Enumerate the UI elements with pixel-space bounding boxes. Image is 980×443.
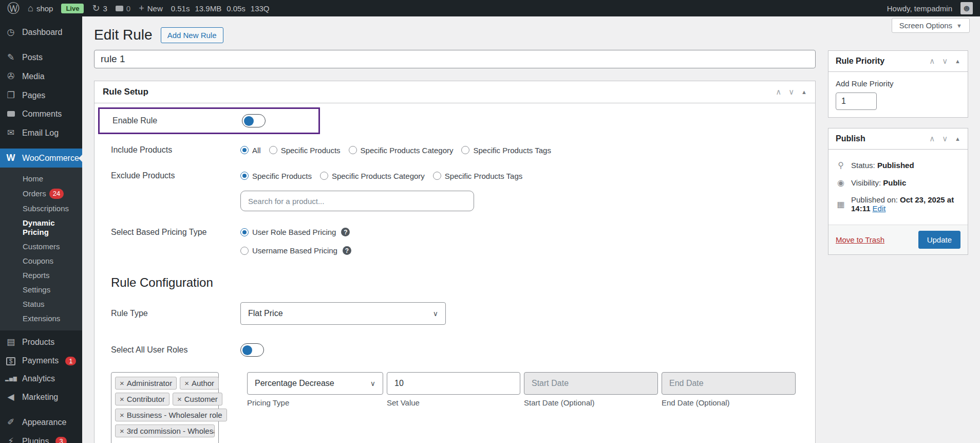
sidebar-item-label: Plugins	[22, 437, 49, 443]
start-date-label: Start Date (Optional)	[524, 398, 658, 407]
sidebar-item-pages[interactable]: ❐ Pages	[0, 86, 82, 105]
toggle-knob	[244, 116, 254, 126]
perf-time: 0.51s	[171, 4, 190, 13]
move-down-icon[interactable]: ∨	[942, 134, 948, 143]
user-roles-multiselect[interactable]: ×Administrator ×Author ×Contributor ×Cus…	[111, 372, 219, 443]
sidebar-item-label: Posts	[22, 53, 43, 62]
sidebar-item-products[interactable]: ▤ Products	[0, 333, 82, 352]
radio-include-all[interactable]: All	[240, 146, 261, 155]
submenu-item-subscriptions[interactable]: Subscriptions	[0, 201, 82, 216]
rule-type-select[interactable]: Flat Price ∨	[240, 302, 446, 325]
sidebar-item-appearance[interactable]: ✐ Appearance	[0, 413, 82, 432]
end-date-input[interactable]	[662, 372, 796, 395]
help-icon[interactable]: ?	[343, 246, 351, 255]
wordpress-icon[interactable]: Ⓦ	[7, 2, 20, 14]
sidebar-item-media[interactable]: ✇ Media	[0, 67, 82, 86]
radio-exclude-specific-category[interactable]: Specific Products Category	[320, 172, 425, 180]
new-content-link[interactable]: + New	[139, 4, 163, 13]
enable-rule-row: Enable Rule	[98, 107, 320, 134]
role-tag-author[interactable]: ×Author	[180, 377, 219, 390]
woocommerce-icon: W	[5, 153, 16, 163]
sidebar-item-plugins[interactable]: ⚡ Plugins 3	[0, 432, 82, 443]
site-link[interactable]: ⌂ shop	[28, 4, 53, 13]
end-date-label: End Date (Optional)	[662, 398, 796, 407]
role-tag-business-wholesaler[interactable]: ×Bussiness - Wholesaler role	[115, 409, 227, 421]
visibility-row: ◉ Visibility: Public	[836, 178, 960, 188]
comments-link[interactable]: 0	[116, 4, 130, 13]
submenu-item-coupons[interactable]: Coupons	[0, 254, 82, 268]
sidebar-item-analytics[interactable]: ▂▅▇ Analytics	[0, 370, 82, 387]
start-date-input[interactable]	[524, 372, 658, 395]
product-search-input[interactable]	[240, 191, 474, 211]
screen-options-button[interactable]: Screen Options ▼	[892, 18, 970, 33]
move-up-icon[interactable]: ∧	[929, 134, 935, 143]
move-down-icon[interactable]: ∨	[788, 87, 794, 97]
radio-user-role-pricing[interactable]: User Role Based Pricing ?	[240, 228, 350, 236]
rule-priority-panel: Rule Priority ∧ ∨ ▲ Add Rule Priority	[828, 50, 968, 118]
media-icon: ✇	[5, 71, 16, 82]
published-label: Published on:	[851, 195, 898, 204]
remove-icon[interactable]: ×	[120, 411, 124, 419]
remove-icon[interactable]: ×	[120, 427, 124, 435]
submenu-item-home[interactable]: Home	[0, 172, 82, 186]
submenu-item-orders[interactable]: Orders 24	[0, 186, 82, 201]
submenu-item-extensions[interactable]: Extensions	[0, 311, 82, 326]
sidebar-item-comments[interactable]: Comments	[0, 105, 82, 123]
radio-include-specific-tags[interactable]: Specific Products Tags	[461, 146, 551, 155]
email-icon: ✉	[5, 127, 16, 138]
performance-stats: 0.51s 13.9MB 0.05s 133Q	[171, 4, 270, 13]
updates-link[interactable]: ↻ 3	[92, 4, 107, 13]
submenu-item-reports[interactable]: Reports	[0, 268, 82, 283]
radio-exclude-specific-products[interactable]: Specific Products	[240, 172, 312, 180]
collapse-icon[interactable]: ▲	[801, 89, 807, 95]
sidebar-item-label: Pages	[22, 91, 45, 100]
marketing-icon: ◀	[5, 392, 16, 402]
update-button[interactable]: Update	[918, 231, 960, 249]
move-up-icon[interactable]: ∧	[776, 87, 781, 97]
sidebar-item-marketing[interactable]: ◀ Marketing	[0, 387, 82, 407]
move-to-trash-link[interactable]: Move to Trash	[836, 235, 884, 244]
payments-count-badge: 1	[65, 357, 76, 365]
sidebar-item-dashboard[interactable]: ◷ Dashboard	[0, 23, 82, 42]
submenu-item-dynamic-pricing[interactable]: Dynamic Pricing	[0, 216, 82, 239]
howdy-text[interactable]: Howdy, tempadmin	[887, 4, 952, 13]
plugins-icon: ⚡	[5, 436, 16, 443]
remove-icon[interactable]: ×	[120, 379, 124, 387]
move-down-icon[interactable]: ∨	[942, 57, 948, 66]
sidebar-item-label: Products	[22, 338, 54, 347]
help-icon[interactable]: ?	[341, 228, 350, 236]
avatar[interactable]: ☻	[960, 2, 973, 14]
sidebar-item-payments[interactable]: $ Payments 1	[0, 352, 82, 370]
submenu-item-settings[interactable]: Settings	[0, 283, 82, 297]
rule-priority-input[interactable]	[836, 93, 877, 110]
set-value-input[interactable]	[387, 372, 520, 395]
radio-include-specific-category[interactable]: Specific Products Category	[349, 146, 454, 155]
submenu-item-customers[interactable]: Customers	[0, 239, 82, 254]
pricing-type-select[interactable]: Percentage Decrease ∨	[247, 372, 383, 395]
live-badge[interactable]: Live	[61, 4, 84, 13]
sidebar-item-label: Dashboard	[22, 28, 62, 37]
panel-title: Rule Priority	[836, 57, 884, 66]
enable-rule-toggle[interactable]	[242, 114, 266, 127]
sidebar-item-posts[interactable]: ✎ Posts	[0, 48, 82, 67]
rule-title-input[interactable]	[94, 50, 816, 68]
sidebar-item-woocommerce[interactable]: W WooCommerce	[0, 149, 82, 168]
remove-icon[interactable]: ×	[120, 395, 124, 403]
collapse-icon[interactable]: ▲	[955, 58, 960, 64]
remove-icon[interactable]: ×	[177, 395, 182, 403]
sidebar-item-email-log[interactable]: ✉ Email Log	[0, 123, 82, 142]
radio-exclude-specific-tags[interactable]: Specific Products Tags	[433, 172, 522, 180]
radio-include-specific-products[interactable]: Specific Products	[269, 146, 341, 155]
collapse-icon[interactable]: ▲	[955, 136, 960, 142]
move-up-icon[interactable]: ∧	[929, 57, 935, 66]
edit-date-link[interactable]: Edit	[873, 204, 886, 213]
submenu-item-status[interactable]: Status	[0, 297, 82, 311]
select-all-roles-toggle[interactable]	[240, 343, 264, 357]
role-tag-contributor[interactable]: ×Contributor	[115, 393, 169, 405]
add-new-rule-button[interactable]: Add New Rule	[161, 27, 223, 43]
role-tag-3rd-commission-wholesaler[interactable]: ×3rd commission - Wholesaler role	[115, 424, 215, 437]
remove-icon[interactable]: ×	[184, 379, 189, 387]
role-tag-administrator[interactable]: ×Administrator	[115, 377, 177, 390]
role-tag-customer[interactable]: ×Customer	[173, 393, 222, 405]
radio-username-pricing[interactable]: Username Based Pricing ?	[240, 246, 351, 255]
